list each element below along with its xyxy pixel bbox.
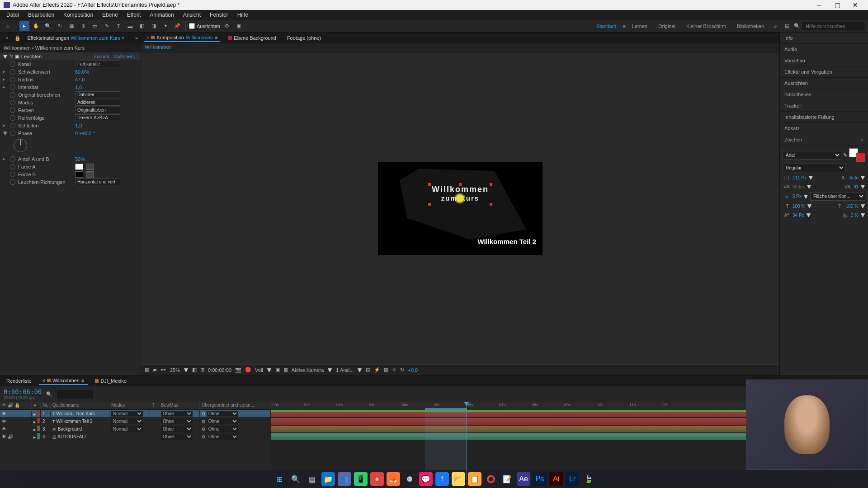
tab-footage[interactable]: Footage (ohne): [284, 34, 324, 42]
col-nr[interactable]: Nr.: [41, 402, 51, 409]
anteil-value[interactable]: 50%: [75, 156, 85, 162]
reset-link[interactable]: Zurück: [94, 54, 109, 59]
col-bewmas[interactable]: BewMas: [159, 402, 200, 409]
visibility-icon[interactable]: 👁: [2, 411, 6, 416]
menu-hilfe[interactable]: Hilfe: [233, 11, 253, 19]
baseline-value[interactable]: 34 Px: [793, 213, 804, 218]
twirl-icon[interactable]: ▸: [3, 84, 7, 90]
stopwatch-icon[interactable]: [10, 172, 15, 177]
schleifen-value[interactable]: 1,0: [75, 123, 82, 128]
transparency-icon[interactable]: ▦: [283, 367, 288, 373]
selection-handle[interactable]: [428, 203, 431, 206]
selection-tool[interactable]: ▸: [19, 21, 29, 31]
resolution-dropdown[interactable]: Voll: [255, 367, 263, 373]
composition-viewer[interactable]: Willkommen zum Kurs Willkommen Teil 2: [141, 53, 779, 364]
search-icon[interactable]: 🔍: [289, 472, 302, 486]
layer-name[interactable]: AUTOUNFALL: [57, 434, 87, 439]
roto-tool[interactable]: ✦: [160, 21, 170, 31]
menu-effekt[interactable]: Effekt: [123, 11, 145, 19]
menu-komposition[interactable]: Komposition: [59, 11, 98, 19]
facebook-icon[interactable]: f: [435, 472, 449, 486]
richtungen-dropdown[interactable]: Horizontal und vert: [75, 178, 120, 185]
stopwatch-icon[interactable]: [10, 84, 15, 90]
channel-icon[interactable]: 🔴: [245, 367, 251, 373]
panel-effekte[interactable]: Effekte und Vorgaben: [780, 66, 868, 78]
kerning-value[interactable]: Metrik: [793, 184, 805, 189]
stroke-width-value[interactable]: 5 Px: [793, 194, 802, 199]
hscale-value[interactable]: 100 %: [846, 204, 859, 209]
pickwhip-icon[interactable]: ⊙: [202, 427, 205, 432]
twirl-icon[interactable]: ▸: [3, 76, 7, 82]
mode-dropdown[interactable]: Normal: [111, 426, 143, 432]
visibility-icon[interactable]: 👁: [2, 419, 6, 424]
menu-fenster[interactable]: Fenster: [205, 11, 233, 19]
menu-datei[interactable]: Datei: [2, 11, 24, 19]
effect-name[interactable]: Leuchten: [21, 54, 90, 59]
panel-menu-icon[interactable]: »: [135, 35, 138, 41]
color-a-swatch[interactable]: [75, 164, 83, 170]
layer-name[interactable]: Willkommen Teil 2: [56, 419, 92, 424]
help-search-input[interactable]: [802, 22, 865, 30]
layer-name[interactable]: Background: [58, 427, 82, 432]
mode-dropdown[interactable]: Normal: [111, 411, 143, 417]
eyedropper-b-icon[interactable]: [86, 171, 94, 178]
layer-name[interactable]: Willkom...zum Kurs: [56, 411, 95, 416]
stopwatch-icon[interactable]: [10, 100, 15, 105]
layer-row[interactable]: 👁 ▸ 3 ◰ Background Normal Ohne ⊙ Ohne: [0, 425, 271, 433]
panel-vorschau[interactable]: Vorschau: [780, 55, 868, 66]
options-link[interactable]: Optionen...: [113, 54, 138, 59]
stamp-tool[interactable]: ◧: [137, 21, 147, 31]
visibility-icon[interactable]: 👁: [2, 434, 6, 439]
camera-tool[interactable]: ▦: [66, 21, 76, 31]
menu-animation[interactable]: Animation: [145, 11, 178, 19]
trkmat-dropdown[interactable]: Ohne: [161, 434, 193, 440]
obs-icon[interactable]: ⭕: [484, 472, 498, 486]
original-dropdown[interactable]: Dahinter: [75, 91, 120, 98]
fx-badge[interactable]: fx: [9, 54, 13, 59]
stopwatch-icon[interactable]: [10, 92, 15, 98]
after-effects-icon[interactable]: Ae: [517, 472, 530, 486]
twirl-icon[interactable]: ▸: [3, 156, 7, 162]
tab-render[interactable]: Renderliste: [3, 377, 35, 385]
layer-row[interactable]: 👁 ▸ 2 T Willkommen Teil 2 Normal Ohne ⊙ …: [0, 418, 271, 425]
anchor-tool[interactable]: ⊕: [78, 21, 88, 31]
maximize-button[interactable]: ▢: [828, 0, 846, 10]
explorer-icon[interactable]: 📁: [321, 472, 335, 486]
twirl-icon[interactable]: ⯆: [3, 131, 7, 136]
parent-dropdown[interactable]: Ohne: [207, 418, 238, 424]
lightroom-icon[interactable]: Lr: [566, 472, 579, 486]
twirl-icon[interactable]: ▸: [3, 69, 7, 75]
stopwatch-icon[interactable]: [10, 156, 15, 162]
stopwatch-icon[interactable]: [10, 69, 15, 75]
panel-info[interactable]: Info: [780, 33, 868, 44]
workspace-lernen[interactable]: Lernen: [627, 22, 652, 31]
effect-enable-icon[interactable]: ▣: [15, 53, 19, 59]
timeline-icon[interactable]: ▦: [384, 367, 388, 373]
lock-icon[interactable]: 🔒: [14, 35, 21, 41]
pixel-aspect-icon[interactable]: ▤: [366, 367, 370, 373]
eyedropper-a-icon[interactable]: [86, 164, 94, 170]
menu-bearbeiten[interactable]: Bearbeiten: [24, 11, 59, 19]
stopwatch-icon[interactable]: [10, 115, 15, 121]
font-style-dropdown[interactable]: Regular: [783, 164, 845, 172]
tab-komposition[interactable]: × Komposition Willkommen ≡: [144, 34, 220, 42]
layer-color-swatch[interactable]: [37, 418, 41, 423]
eraser-tool[interactable]: ◨: [149, 21, 159, 31]
bounds-icon[interactable]: ▣: [234, 21, 244, 31]
stopwatch-icon[interactable]: [10, 179, 15, 185]
panel-icon[interactable]: ▤: [782, 21, 792, 31]
text-tool[interactable]: T: [113, 21, 123, 31]
col-t[interactable]: T: [150, 402, 159, 409]
zoom-tool[interactable]: 🔍: [43, 21, 53, 31]
shape-tool[interactable]: ▭: [90, 21, 100, 31]
stopwatch-icon[interactable]: [10, 164, 15, 169]
app-icon[interactable]: 🍃: [582, 472, 595, 486]
stopwatch-icon[interactable]: [10, 77, 15, 82]
stopwatch-icon[interactable]: [10, 123, 15, 128]
app-icon[interactable]: ●: [370, 472, 384, 486]
firefox-icon[interactable]: 🦊: [387, 472, 400, 486]
col-modus[interactable]: Modus: [109, 402, 150, 409]
stopwatch-icon[interactable]: [10, 108, 15, 113]
stopwatch-icon[interactable]: [10, 131, 15, 136]
trkmat-dropdown[interactable]: Ohne: [161, 426, 193, 432]
